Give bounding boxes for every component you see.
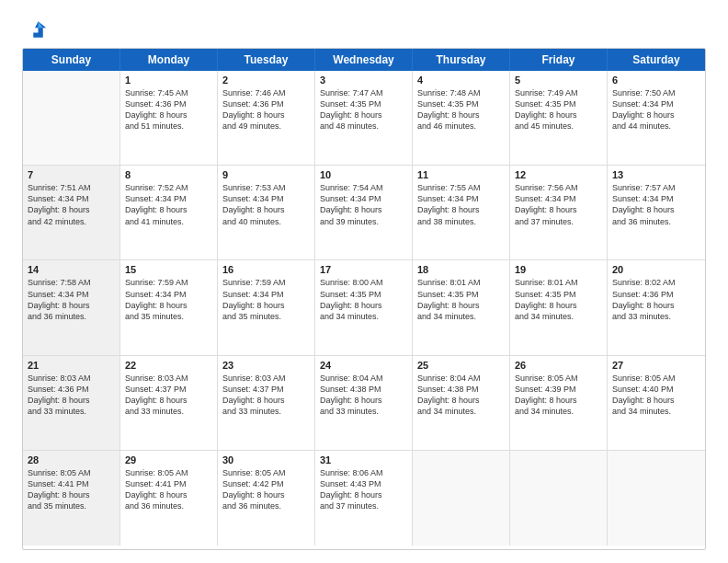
logo (22, 17, 51, 42)
calendar-cell: 28Sunrise: 8:05 AM Sunset: 4:41 PM Dayli… (23, 451, 120, 546)
day-details: Sunrise: 7:50 AM Sunset: 4:34 PM Dayligh… (612, 87, 700, 132)
day-number: 2 (222, 75, 310, 86)
day-number: 31 (320, 454, 407, 465)
calendar: SundayMondayTuesdayWednesdayThursdayFrid… (22, 48, 706, 550)
calendar-cell: 13Sunrise: 7:57 AM Sunset: 4:34 PM Dayli… (608, 166, 705, 259)
day-number: 16 (222, 264, 310, 275)
day-details: Sunrise: 8:01 AM Sunset: 4:35 PM Dayligh… (515, 277, 602, 322)
calendar-cell: 16Sunrise: 7:59 AM Sunset: 4:34 PM Dayli… (218, 260, 315, 354)
day-number: 21 (28, 360, 115, 371)
calendar-cell: 2Sunrise: 7:46 AM Sunset: 4:36 PM Daylig… (218, 71, 315, 165)
day-details: Sunrise: 8:05 AM Sunset: 4:41 PM Dayligh… (125, 467, 212, 512)
header-day-sunday: Sunday (23, 49, 120, 71)
header-day-wednesday: Wednesday (315, 49, 413, 71)
day-details: Sunrise: 7:55 AM Sunset: 4:34 PM Dayligh… (417, 182, 505, 227)
day-number: 17 (320, 264, 407, 275)
day-number: 23 (222, 360, 310, 371)
day-number: 20 (612, 264, 700, 275)
calendar-cell: 6Sunrise: 7:50 AM Sunset: 4:34 PM Daylig… (608, 71, 705, 165)
day-details: Sunrise: 8:00 AM Sunset: 4:35 PM Dayligh… (320, 277, 407, 322)
day-number: 3 (320, 75, 407, 86)
day-number: 13 (612, 169, 700, 180)
calendar-row-5: 28Sunrise: 8:05 AM Sunset: 4:41 PM Dayli… (23, 451, 705, 546)
calendar-cell: 15Sunrise: 7:59 AM Sunset: 4:34 PM Dayli… (120, 260, 218, 354)
header-day-saturday: Saturday (608, 49, 705, 71)
day-number: 28 (28, 454, 115, 465)
day-details: Sunrise: 7:49 AM Sunset: 4:35 PM Dayligh… (515, 87, 602, 132)
calendar-cell: 1Sunrise: 7:45 AM Sunset: 4:36 PM Daylig… (120, 71, 218, 165)
calendar-cell: 3Sunrise: 7:47 AM Sunset: 4:35 PM Daylig… (315, 71, 413, 165)
calendar-cell: 24Sunrise: 8:04 AM Sunset: 4:38 PM Dayli… (315, 356, 413, 450)
day-details: Sunrise: 7:58 AM Sunset: 4:34 PM Dayligh… (28, 277, 115, 322)
header-day-monday: Monday (120, 49, 218, 71)
calendar-cell: 8Sunrise: 7:52 AM Sunset: 4:34 PM Daylig… (120, 166, 218, 259)
calendar-cell: 23Sunrise: 8:03 AM Sunset: 4:37 PM Dayli… (218, 356, 315, 450)
day-number: 11 (417, 169, 505, 180)
day-details: Sunrise: 8:06 AM Sunset: 4:43 PM Dayligh… (320, 467, 407, 512)
day-details: Sunrise: 8:04 AM Sunset: 4:38 PM Dayligh… (417, 373, 505, 418)
day-details: Sunrise: 8:05 AM Sunset: 4:42 PM Dayligh… (222, 467, 310, 512)
day-number: 10 (320, 169, 407, 180)
day-number: 5 (515, 75, 602, 86)
day-details: Sunrise: 7:59 AM Sunset: 4:34 PM Dayligh… (222, 277, 310, 322)
day-number: 7 (28, 169, 115, 180)
calendar-cell: 25Sunrise: 8:04 AM Sunset: 4:38 PM Dayli… (413, 356, 510, 450)
day-number: 30 (222, 454, 310, 465)
day-number: 18 (417, 264, 505, 275)
day-details: Sunrise: 8:03 AM Sunset: 4:37 PM Dayligh… (222, 373, 310, 418)
day-details: Sunrise: 7:56 AM Sunset: 4:34 PM Dayligh… (515, 182, 602, 227)
day-details: Sunrise: 7:45 AM Sunset: 4:36 PM Dayligh… (125, 87, 212, 132)
day-details: Sunrise: 7:53 AM Sunset: 4:34 PM Dayligh… (222, 182, 310, 227)
calendar-cell: 5Sunrise: 7:49 AM Sunset: 4:35 PM Daylig… (510, 71, 608, 165)
calendar-cell: 14Sunrise: 7:58 AM Sunset: 4:34 PM Dayli… (23, 260, 120, 354)
day-details: Sunrise: 8:05 AM Sunset: 4:39 PM Dayligh… (515, 373, 602, 418)
calendar-header: SundayMondayTuesdayWednesdayThursdayFrid… (23, 49, 705, 71)
day-details: Sunrise: 8:02 AM Sunset: 4:36 PM Dayligh… (612, 277, 700, 322)
calendar-cell: 27Sunrise: 8:05 AM Sunset: 4:40 PM Dayli… (608, 356, 705, 450)
header-day-tuesday: Tuesday (218, 49, 315, 71)
calendar-cell: 9Sunrise: 7:53 AM Sunset: 4:34 PM Daylig… (218, 166, 315, 259)
calendar-cell: 4Sunrise: 7:48 AM Sunset: 4:35 PM Daylig… (413, 71, 510, 165)
header (22, 17, 706, 42)
header-day-thursday: Thursday (413, 49, 510, 71)
calendar-cell: 19Sunrise: 8:01 AM Sunset: 4:35 PM Dayli… (510, 260, 608, 354)
day-details: Sunrise: 7:59 AM Sunset: 4:34 PM Dayligh… (125, 277, 212, 322)
logo-icon (22, 17, 48, 42)
day-number: 25 (417, 360, 505, 371)
day-details: Sunrise: 8:04 AM Sunset: 4:38 PM Dayligh… (320, 373, 407, 418)
calendar-cell: 21Sunrise: 8:03 AM Sunset: 4:36 PM Dayli… (23, 356, 120, 450)
calendar-body: 1Sunrise: 7:45 AM Sunset: 4:36 PM Daylig… (23, 71, 705, 546)
calendar-cell (413, 451, 510, 546)
day-details: Sunrise: 8:03 AM Sunset: 4:37 PM Dayligh… (125, 373, 212, 418)
day-number: 29 (125, 454, 212, 465)
calendar-cell (608, 451, 705, 546)
day-details: Sunrise: 8:05 AM Sunset: 4:41 PM Dayligh… (28, 467, 115, 512)
day-number: 22 (125, 360, 212, 371)
day-number: 8 (125, 169, 212, 180)
day-details: Sunrise: 7:51 AM Sunset: 4:34 PM Dayligh… (28, 182, 115, 227)
calendar-cell: 26Sunrise: 8:05 AM Sunset: 4:39 PM Dayli… (510, 356, 608, 450)
calendar-cell: 20Sunrise: 8:02 AM Sunset: 4:36 PM Dayli… (608, 260, 705, 354)
calendar-cell (510, 451, 608, 546)
header-day-friday: Friday (510, 49, 608, 71)
day-details: Sunrise: 7:54 AM Sunset: 4:34 PM Dayligh… (320, 182, 407, 227)
day-details: Sunrise: 7:52 AM Sunset: 4:34 PM Dayligh… (125, 182, 212, 227)
calendar-row-1: 1Sunrise: 7:45 AM Sunset: 4:36 PM Daylig… (23, 71, 705, 166)
calendar-cell: 12Sunrise: 7:56 AM Sunset: 4:34 PM Dayli… (510, 166, 608, 259)
calendar-row-3: 14Sunrise: 7:58 AM Sunset: 4:34 PM Dayli… (23, 260, 705, 355)
day-number: 15 (125, 264, 212, 275)
calendar-cell: 29Sunrise: 8:05 AM Sunset: 4:41 PM Dayli… (120, 451, 218, 546)
calendar-cell: 18Sunrise: 8:01 AM Sunset: 4:35 PM Dayli… (413, 260, 510, 354)
calendar-cell: 31Sunrise: 8:06 AM Sunset: 4:43 PM Dayli… (315, 451, 413, 546)
calendar-cell: 17Sunrise: 8:00 AM Sunset: 4:35 PM Dayli… (315, 260, 413, 354)
calendar-cell: 7Sunrise: 7:51 AM Sunset: 4:34 PM Daylig… (23, 166, 120, 259)
day-number: 6 (612, 75, 700, 86)
day-details: Sunrise: 8:01 AM Sunset: 4:35 PM Dayligh… (417, 277, 505, 322)
day-number: 1 (125, 75, 212, 86)
calendar-row-4: 21Sunrise: 8:03 AM Sunset: 4:36 PM Dayli… (23, 356, 705, 451)
calendar-cell: 10Sunrise: 7:54 AM Sunset: 4:34 PM Dayli… (315, 166, 413, 259)
page: SundayMondayTuesdayWednesdayThursdayFrid… (0, 0, 728, 563)
day-details: Sunrise: 8:03 AM Sunset: 4:36 PM Dayligh… (28, 373, 115, 418)
day-number: 24 (320, 360, 407, 371)
day-details: Sunrise: 7:48 AM Sunset: 4:35 PM Dayligh… (417, 87, 505, 132)
